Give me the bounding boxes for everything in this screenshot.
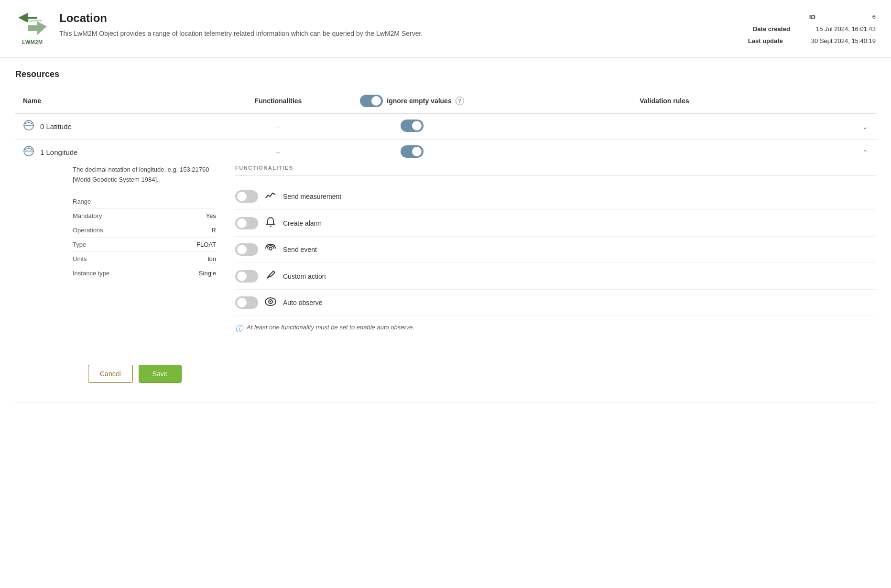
info-note: ⓘ At least one functionality must be set…: [235, 324, 876, 334]
mandatory-label: Mandatory: [73, 212, 102, 219]
functionalities-panel: FUNCTIONALITIES Send meas: [235, 165, 876, 334]
expanded-longitude-row: The decimal notation of longitude, e.g. …: [15, 165, 876, 403]
detail-type: Type FLOAT: [73, 238, 216, 252]
longitude-icon: [23, 145, 34, 159]
date-created-value: 15 Jul 2024, 16:01:43: [816, 25, 876, 33]
latitude-name: 0 Latitude: [40, 122, 72, 131]
longitude-ignore-toggle[interactable]: [401, 145, 424, 158]
logo-label: LWM2M: [22, 39, 43, 45]
func-send-measurement: Send measurement: [235, 184, 876, 210]
svg-rect-2: [23, 20, 42, 22]
mandatory-value: Yes: [206, 212, 216, 219]
ignore-empty-help-icon[interactable]: ?: [456, 97, 464, 105]
page-title: Location: [59, 11, 423, 25]
page-description: This LwM2M Object provides a range of lo…: [59, 29, 423, 39]
td-longitude-toggle: [350, 140, 474, 165]
functionalities-header: FUNCTIONALITIES: [235, 165, 876, 176]
resources-section: Resources Name Functionalities Ignore em…: [0, 58, 891, 403]
th-functionalities: Functionalities: [206, 89, 350, 113]
svg-point-21: [270, 301, 272, 302]
range-label: Range: [73, 198, 91, 205]
send-event-label: Send event: [283, 246, 317, 253]
type-label: Type: [73, 241, 86, 248]
expanded-inner: The decimal notation of longitude, e.g. …: [44, 165, 876, 349]
expanded-longitude-cell: The decimal notation of longitude, e.g. …: [15, 165, 876, 403]
custom-action-toggle[interactable]: [235, 270, 258, 283]
table-header-row: Name Functionalities Ignore empty values…: [15, 89, 876, 113]
send-measurement-icon: [265, 191, 276, 202]
range-value: –: [213, 198, 216, 205]
auto-observe-label: Auto observe: [283, 299, 323, 306]
auto-observe-icon: [265, 297, 276, 309]
send-measurement-toggle[interactable]: [235, 190, 258, 203]
id-value: 6: [872, 13, 876, 21]
instance-type-value: Single: [199, 270, 216, 277]
logo-arrows: [18, 13, 47, 38]
detail-operations: Operations R: [73, 223, 216, 238]
func-send-event: Send event: [235, 237, 876, 263]
td-longitude-name: 1 Longitude: [15, 140, 206, 165]
create-alarm-label: Create alarm: [283, 219, 322, 227]
ignore-empty-label: Ignore empty values: [387, 97, 451, 105]
custom-action-icon: [265, 270, 276, 283]
create-alarm-icon: [265, 217, 276, 229]
send-measurement-label: Send measurement: [283, 193, 341, 200]
resources-title: Resources: [15, 69, 876, 79]
auto-observe-toggle[interactable]: [235, 296, 258, 309]
header-left: LWM2M Location This LwM2M Object provide…: [15, 11, 748, 46]
ignore-empty-header-toggle[interactable]: [360, 95, 383, 107]
td-longitude-chevron[interactable]: ⌃: [855, 140, 876, 165]
td-latitude-toggle: [350, 113, 474, 140]
header-section: LWM2M Location This LwM2M Object provide…: [0, 0, 891, 58]
td-latitude-name: 0 Latitude: [15, 113, 206, 140]
latitude-icon: [23, 120, 34, 133]
td-latitude-chevron[interactable]: ⌄: [855, 113, 876, 140]
resource-description: The decimal notation of longitude, e.g. …: [73, 165, 216, 185]
units-value: lon: [208, 255, 216, 262]
operations-label: Operations: [73, 227, 103, 234]
th-ignore-empty: Ignore empty values ?: [350, 89, 474, 113]
func-create-alarm: Create alarm: [235, 210, 876, 237]
svg-marker-1: [28, 22, 47, 35]
td-longitude-validation: [474, 140, 855, 165]
cancel-button[interactable]: Cancel: [88, 365, 133, 383]
meta-updated-row: Last update 30 Sept 2024, 15:40:19: [748, 37, 876, 44]
detail-mandatory: Mandatory Yes: [73, 209, 216, 223]
td-latitude-validation: [474, 113, 855, 140]
detail-units: Units lon: [73, 252, 216, 266]
last-update-value: 30 Sept 2024, 15:40:19: [811, 37, 876, 44]
last-update-label: Last update: [748, 37, 796, 44]
operations-value: R: [212, 227, 216, 234]
resources-table: Name Functionalities Ignore empty values…: [15, 89, 876, 403]
date-created-label: Date created: [753, 25, 801, 33]
send-event-toggle[interactable]: [235, 243, 258, 256]
id-label: ID: [809, 13, 857, 21]
th-validation-rules: Validation rules: [474, 89, 855, 113]
meta-id-row: ID 6: [748, 13, 876, 21]
header-text: Location This LwM2M Object provides a ra…: [59, 11, 423, 39]
lwm2m-logo: LWM2M: [15, 11, 50, 46]
longitude-collapse-icon[interactable]: ⌃: [862, 149, 868, 156]
svg-point-18: [269, 247, 272, 250]
create-alarm-toggle[interactable]: [235, 217, 258, 229]
action-buttons: Cancel Save: [73, 349, 876, 402]
th-name: Name: [15, 89, 206, 113]
page-container: LWM2M Location This LwM2M Object provide…: [0, 0, 891, 588]
table-row: 1 Longitude -- ⌃: [15, 140, 876, 165]
longitude-name: 1 Longitude: [40, 148, 77, 156]
send-event-icon: [265, 244, 276, 256]
detail-instance-type: Instance type Single: [73, 266, 216, 280]
info-note-text: At least one functionality must be set t…: [247, 324, 414, 331]
info-icon: ⓘ: [235, 324, 243, 334]
td-latitude-func: --: [206, 113, 350, 140]
header-meta: ID 6 Date created 15 Jul 2024, 16:01:43 …: [748, 11, 876, 44]
latitude-expand-icon[interactable]: ⌄: [862, 123, 868, 131]
table-row: 0 Latitude -- ⌄: [15, 113, 876, 140]
resource-details: The decimal notation of longitude, e.g. …: [73, 165, 216, 334]
func-auto-observe: Auto observe: [235, 290, 876, 316]
units-label: Units: [73, 255, 87, 262]
latitude-ignore-toggle[interactable]: [401, 120, 424, 132]
save-button[interactable]: Save: [139, 365, 182, 383]
type-value: FLOAT: [196, 241, 216, 248]
detail-range: Range –: [73, 195, 216, 209]
